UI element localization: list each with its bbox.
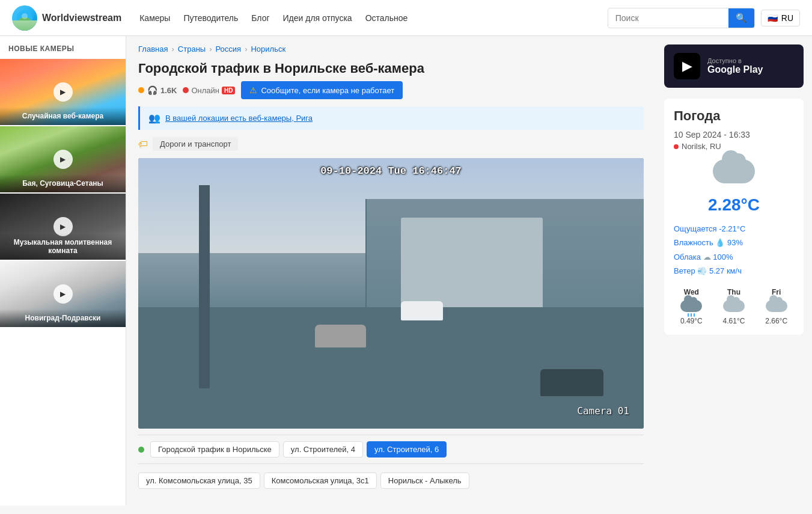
wind-icon: 💨 (697, 266, 707, 275)
loc-tab-3-label: ул. Строителей, 6 (374, 445, 439, 454)
clouds-row: Облака ☁ 100% (674, 250, 794, 264)
rain-cloud-icon (679, 300, 703, 314)
loc-tab-4-label: ул. Комсомольская улица, 35 (146, 476, 252, 485)
weather-temp: 2.28°C (674, 195, 794, 215)
play-button-2[interactable]: ▶ (53, 150, 73, 169)
loc-tab-5-label: Комсомольская улица, 3с1 (272, 476, 369, 485)
views-info: 🎧 1.6K (138, 85, 177, 95)
nav-vacation[interactable]: Идеи для отпуска (283, 13, 352, 23)
loc-tab-6[interactable]: Норильск - Алыкель (380, 473, 469, 489)
breadcrumb-sep-1: › (171, 44, 174, 54)
loc-tab-1[interactable]: Городской трафик в Норильске (150, 441, 279, 457)
nav-blog[interactable]: Блог (251, 13, 269, 23)
play-button-4[interactable]: ▶ (53, 284, 73, 304)
location-tabs-row1: Городской трафик в Норильске ул. Строите… (138, 435, 644, 464)
wind-label: Ветер (674, 266, 695, 275)
weather-details: Ощущается -2.21°C Влажность 💧 93% Облака… (674, 222, 794, 278)
tag-icon: 🏷 (138, 139, 148, 150)
nav-cameras[interactable]: Камеры (139, 13, 170, 23)
logo-text: Worldviewstream (42, 13, 121, 23)
views-count: 1.6K (160, 86, 177, 95)
header-right: 🔍 🇷🇺 RU (608, 8, 800, 28)
car-3 (540, 369, 603, 396)
humidity-row: Влажность 💧 93% (674, 236, 794, 249)
gplay-text-area: Доступно в Google Play (707, 57, 763, 75)
hd-badge: HD (222, 87, 235, 94)
sidebar-item-2[interactable]: ▶ Бая, Суговица-Сетаны (0, 126, 126, 192)
breadcrumb-sep-3: › (245, 44, 247, 54)
forecast-thu-name: Thu (716, 288, 752, 296)
sidebar-title: НОВЫЕ КАМЕРЫ (0, 44, 126, 59)
breadcrumb-russia[interactable]: Россия (216, 44, 242, 54)
forecast-fri-name: Fri (759, 288, 794, 296)
structure-pole (199, 185, 210, 388)
logo-icon (12, 5, 37, 31)
sidebar-item-1[interactable]: ▶ Случайная веб-камера (0, 59, 126, 125)
location-link[interactable]: В вашей локации есть веб-камеры, Рига (165, 114, 313, 123)
headphone-icon: 🎧 (147, 85, 157, 95)
gplay-icon: ▶ (674, 53, 700, 79)
gplay-store: Google Play (707, 64, 763, 75)
people-icon: 👥 (148, 112, 160, 124)
logo-link[interactable]: Worldviewstream (12, 5, 121, 31)
cloud-shape (713, 159, 755, 183)
main-nav: Камеры Путеводитель Блог Идеи для отпуск… (139, 13, 408, 23)
language-button[interactable]: 🇷🇺 RU (761, 10, 800, 26)
weather-icon-area (674, 159, 794, 189)
feels-like-row: Ощущается -2.21°C (674, 222, 794, 236)
forecast-fri: Fri 2.66°С (759, 288, 794, 325)
gplay-banner[interactable]: ▶ Доступно в Google Play (664, 44, 804, 88)
loc-tab-2[interactable]: ул. Строителей, 4 (283, 441, 363, 457)
loc-tab-1-label: Городской трафик в Норильске (158, 445, 272, 454)
play-button-1[interactable]: ▶ (53, 82, 73, 102)
wind-value: 5.27 км/ч (709, 266, 742, 275)
weather-widget: Погода 10 Sep 2024 - 16:33 Norilsk, RU 2… (664, 99, 804, 335)
breadcrumb-norilsk[interactable]: Норильск (251, 44, 285, 54)
forecast-fri-temp: 2.66°С (759, 317, 794, 325)
feels-like-label: Ощущается (674, 224, 717, 233)
loc-tab-4[interactable]: ул. Комсомольская улица, 35 (138, 473, 260, 489)
loc-tab-5[interactable]: Комсомольская улица, 3с1 (264, 473, 377, 489)
sidebar-item-label-1: Случайная веб-камера (0, 107, 126, 125)
nav-guide[interactable]: Путеводитель (183, 13, 238, 23)
rain-drop-1 (688, 313, 689, 317)
forecast-wed: Wed 0.49°С (674, 288, 709, 325)
clouds-value: 100% (713, 252, 733, 262)
sidebar: НОВЫЕ КАМЕРЫ ▶ Случайная веб-камера ▶ Ба… (0, 36, 126, 506)
sidebar-item-label-4: Новиград-Подравски (0, 309, 126, 327)
loc-tab-2-label: ул. Строителей, 4 (291, 445, 355, 454)
search-button[interactable]: 🔍 (728, 8, 754, 28)
search-input[interactable] (608, 10, 728, 26)
weather-location: Norilsk, RU (674, 142, 794, 151)
lang-label: RU (781, 13, 793, 23)
breadcrumb-home[interactable]: Главная (138, 44, 168, 54)
clouds-icon: ☁ (703, 252, 711, 262)
cloud-icon-fri (765, 300, 789, 314)
video-container[interactable]: 09-10-2024 Tue 16:46:47 Camera 01 (138, 158, 644, 429)
rain-cloud-shape (680, 300, 702, 312)
wind-row: Ветер 💨 5.27 км/ч (674, 264, 794, 278)
tag-road[interactable]: Дороги и транспорт (153, 137, 238, 151)
online-label: Онлайн (191, 86, 219, 95)
rain-drops (679, 313, 703, 317)
sidebar-item-4[interactable]: ▶ Новиград-Подравски (0, 261, 126, 327)
sidebar-item-3[interactable]: ▶ Музыкальная молитвенная комната (0, 194, 126, 260)
forecast-wed-name: Wed (674, 288, 709, 296)
car-4 (469, 347, 517, 369)
breadcrumb-countries[interactable]: Страны (178, 44, 206, 54)
flag-icon: 🇷🇺 (768, 13, 778, 23)
location-tabs-row2: ул. Комсомольская улица, 35 Комсомольска… (138, 468, 644, 494)
cloud-icon-thu (722, 300, 746, 314)
loc-tab-3[interactable]: ул. Строителей, 6 (367, 441, 447, 457)
nav-other[interactable]: Остальное (365, 13, 408, 23)
search-box: 🔍 (608, 8, 755, 28)
weather-loc-dot (674, 144, 679, 149)
weather-loc-text: Norilsk, RU (682, 142, 721, 151)
forecast-thu: Thu 4.61°С (716, 288, 752, 325)
main-content: Главная › Страны › Россия › Норильск Гор… (126, 36, 656, 506)
clouds-label: Облака (674, 252, 701, 262)
report-button[interactable]: ⚠ Сообщите, если камера не работает (241, 81, 403, 99)
cloud-shape-fri (766, 300, 787, 312)
location-notice: 👥 В вашей локации есть веб-камеры, Рига (138, 106, 644, 130)
car-1 (315, 325, 366, 347)
